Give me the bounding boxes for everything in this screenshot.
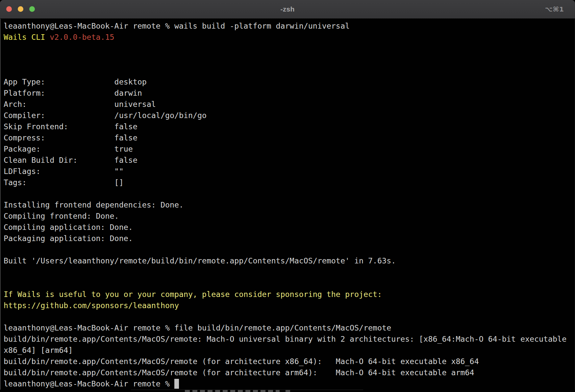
terminal-text-segment: Wails CLI xyxy=(4,33,50,41)
terminal-output[interactable]: leaanthony@Leas-MacBook-Air remote % wai… xyxy=(0,19,575,390)
terminal-text-segment: If Wails is useful to you or your compan… xyxy=(4,290,382,299)
terminal-line: https://github.com/sponsors/leaanthony xyxy=(4,300,572,311)
terminal-text-segment: leaanthony@Leas-MacBook-Air remote % xyxy=(4,379,174,388)
terminal-line xyxy=(4,54,572,65)
terminal-line: Wails CLI v2.0.0-beta.15 xyxy=(4,32,572,43)
terminal-line xyxy=(4,65,572,76)
terminal-line: LDFlags: "" xyxy=(4,166,572,177)
terminal-line: Compress: false xyxy=(4,132,572,143)
terminal-line: x86_64] [arm64] xyxy=(4,345,572,356)
terminal-line: Skip Frontend: false xyxy=(4,121,572,132)
terminal-text-segment: Package: true xyxy=(4,144,133,153)
terminal-line xyxy=(4,266,572,278)
terminal-text-segment: Built '/Users/leaanthony/remote/build/bi… xyxy=(4,256,396,265)
terminal-line: Installing frontend dependencies: Done. xyxy=(4,199,572,210)
terminal-line xyxy=(4,278,572,289)
terminal-line: build/bin/remote.app/Contents/MacOS/remo… xyxy=(4,356,572,367)
clipped-background-text xyxy=(286,390,290,392)
window-title: -zsh xyxy=(0,0,575,18)
terminal-text-segment: LDFlags: "" xyxy=(4,167,124,176)
terminal-line: Clean Build Dir: false xyxy=(4,155,572,166)
terminal-line: Compiling frontend: Done. xyxy=(4,210,572,222)
terminal-line: leaanthony@Leas-MacBook-Air remote % xyxy=(4,378,572,389)
background-window-sliver xyxy=(0,390,575,392)
terminal-text-segment: build/bin/remote.app/Contents/MacOS/remo… xyxy=(4,334,566,343)
terminal-line: Tags: [] xyxy=(4,177,572,188)
terminal-text-segment: Arch: universal xyxy=(4,100,156,109)
tab-shortcut-badge: ⌥⌘1 xyxy=(545,0,564,18)
terminal-line: Compiling application: Done. xyxy=(4,222,572,233)
terminal-line: Packaging application: Done. xyxy=(4,233,572,244)
terminal-text-segment: Compiler: /usr/local/go/bin/go xyxy=(4,111,207,120)
terminal-text-segment: v2.0.0-beta.15 xyxy=(50,33,114,41)
terminal-line: App Type: desktop xyxy=(4,76,572,87)
terminal-text-segment: Skip Frontend: false xyxy=(4,122,138,131)
terminal-line xyxy=(4,244,572,255)
terminal-text-segment: Clean Build Dir: false xyxy=(4,156,138,164)
terminal-line: Platform: darwin xyxy=(4,87,572,99)
terminal-line: Built '/Users/leaanthony/remote/build/bi… xyxy=(4,255,572,266)
terminal-text-segment: Compiling application: Done. xyxy=(4,223,133,232)
terminal-text-segment: build/bin/remote.app/Contents/MacOS/remo… xyxy=(4,368,474,377)
terminal-line xyxy=(4,43,572,54)
terminal-line: build/bin/remote.app/Contents/MacOS/remo… xyxy=(4,367,572,378)
terminal-text-segment: Tags: [] xyxy=(4,178,124,187)
clipped-background-text xyxy=(185,390,280,392)
terminal-text-segment: leaanthony@Leas-MacBook-Air remote % fil… xyxy=(4,323,391,332)
terminal-line: Compiler: /usr/local/go/bin/go xyxy=(4,110,572,121)
terminal-line: Package: true xyxy=(4,143,572,155)
terminal-text-segment: Platform: darwin xyxy=(4,88,142,97)
terminal-text-segment: leaanthony@Leas-MacBook-Air remote % wai… xyxy=(4,21,350,30)
terminal-text-segment: Installing frontend dependencies: Done. xyxy=(4,200,184,209)
terminal-line: leaanthony@Leas-MacBook-Air remote % wai… xyxy=(4,20,572,32)
terminal-text-segment: Compiling frontend: Done. xyxy=(4,211,119,220)
cursor xyxy=(174,379,179,389)
terminal-window: -zsh ⌥⌘1 leaanthony@Leas-MacBook-Air rem… xyxy=(0,0,575,392)
terminal-line xyxy=(4,311,572,322)
terminal-text-segment: App Type: desktop xyxy=(4,77,147,86)
terminal-text-segment: build/bin/remote.app/Contents/MacOS/remo… xyxy=(4,357,479,366)
terminal-line: build/bin/remote.app/Contents/MacOS/remo… xyxy=(4,333,572,345)
terminal-line xyxy=(4,188,572,199)
terminal-text-segment: Packaging application: Done. xyxy=(4,234,133,243)
terminal-text-segment: Compress: false xyxy=(4,133,138,142)
terminal-line: leaanthony@Leas-MacBook-Air remote % fil… xyxy=(4,322,572,333)
terminal-line: If Wails is useful to you or your compan… xyxy=(4,289,572,300)
terminal-line: Arch: universal xyxy=(4,99,572,110)
terminal-text-segment: https://github.com/sponsors/leaanthony xyxy=(4,301,179,310)
titlebar[interactable]: -zsh ⌥⌘1 xyxy=(0,0,575,19)
terminal-text-segment: x86_64] [arm64] xyxy=(4,346,73,355)
